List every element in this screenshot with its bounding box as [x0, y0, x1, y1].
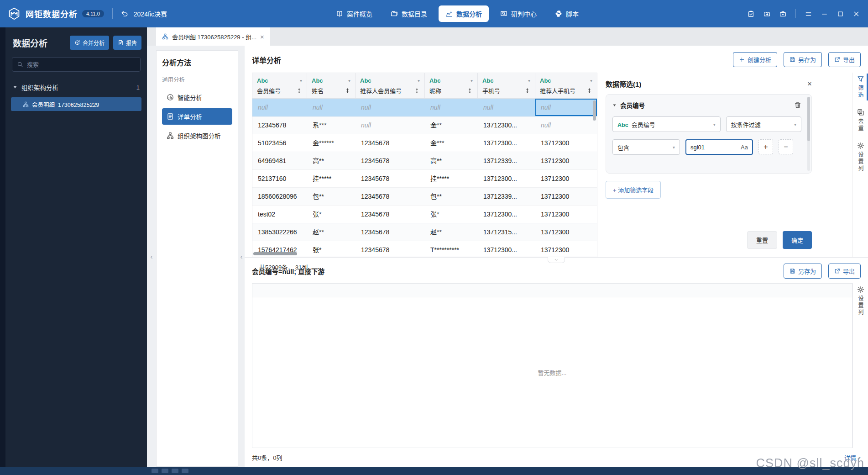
table-cell[interactable]: 13712300 — [535, 152, 597, 170]
table-cell[interactable]: 12345678 — [356, 223, 425, 241]
table-row[interactable]: 51023456金******12345678金***13712300...13… — [252, 134, 597, 152]
downstream-set-columns[interactable]: 设置列 — [853, 285, 868, 317]
tree-group-org-analysis[interactable]: 组织架构分析 1 — [5, 80, 147, 95]
table-cell[interactable]: null — [307, 99, 356, 116]
table-cell[interactable]: null — [356, 99, 425, 116]
table-row[interactable]: nullnullnullnullnullnull — [252, 99, 597, 116]
confirm-button[interactable]: 确定 — [783, 231, 812, 249]
sort-icon[interactable] — [586, 88, 592, 94]
table-cell[interactable]: 赵** — [425, 223, 478, 241]
table-cell[interactable]: 12345678 — [356, 134, 425, 152]
table-cell[interactable]: null — [252, 99, 307, 116]
sort-icon[interactable] — [467, 88, 473, 94]
filter-card-scrollbar[interactable] — [807, 97, 810, 171]
operator-select[interactable]: 包含 ▾ — [612, 139, 680, 155]
table-cell[interactable]: 高** — [307, 152, 356, 170]
table-cell[interactable]: 系*** — [307, 116, 356, 134]
table-cell[interactable]: 13853022266 — [252, 223, 307, 241]
method-item-组织架构图分析[interactable]: 组织架构图分析 — [162, 127, 232, 144]
table-cell[interactable]: 18560628096 — [252, 188, 307, 206]
table-cell[interactable]: null — [535, 116, 597, 134]
nav-item-cases[interactable]: 案件概览 — [329, 5, 379, 22]
table-row[interactable]: test02张*12345678张*13712300...13712300 — [252, 206, 597, 223]
tab-member-detail[interactable]: 会员明细 1730625825229 - 组... × — [156, 27, 270, 46]
menu-icon[interactable] — [805, 11, 812, 17]
collapse-sidebar-handle[interactable]: ‹ — [151, 253, 153, 260]
close-window-icon[interactable] — [853, 11, 860, 17]
downstream-export-button[interactable]: 导出 — [828, 264, 861, 279]
table-row[interactable]: 52137160挂*****12345678挂*****13712300...1… — [252, 170, 597, 188]
table-cell[interactable]: 12345678 — [356, 206, 425, 223]
sidebar-search[interactable] — [12, 57, 141, 72]
column-header-推荐人会员编号[interactable]: Abc▾推荐人会员编号 — [356, 73, 425, 98]
tree-caret-icon[interactable] — [13, 85, 17, 90]
column-menu-icon[interactable]: ▾ — [590, 78, 592, 83]
nav-item-catalog[interactable]: 数据目录 — [384, 5, 434, 22]
table-cell[interactable]: 13712300... — [478, 170, 535, 188]
table-cell[interactable]: 13712315... — [478, 223, 535, 241]
column-menu-icon[interactable]: ▾ — [348, 78, 350, 83]
table-cell[interactable]: 金*** — [425, 134, 478, 152]
field-collapse-icon[interactable] — [612, 103, 617, 107]
table-cell[interactable]: 张* — [307, 206, 356, 223]
column-menu-icon[interactable]: ▾ — [471, 78, 473, 83]
remove-condition-button[interactable]: − — [779, 139, 793, 154]
create-analysis-button[interactable]: 创建分析 — [733, 52, 777, 67]
table-cell[interactable]: 13712300... — [478, 241, 535, 257]
clipboard-check-icon[interactable] — [748, 11, 754, 17]
filter-value-field[interactable]: Aa — [685, 139, 753, 155]
taskbar-item[interactable] — [162, 469, 168, 473]
table-cell[interactable]: 包** — [425, 188, 478, 206]
table-cell[interactable]: 挂***** — [307, 170, 356, 188]
table-row[interactable]: 12345678系***null金**13712300...null — [252, 116, 597, 134]
save-as-button[interactable]: 另存为 — [784, 52, 822, 67]
nav-item-analysis[interactable]: 数据分析 — [439, 5, 489, 22]
column-menu-icon[interactable]: ▾ — [528, 78, 530, 83]
table-cell[interactable]: 13712300 — [535, 188, 597, 206]
sort-icon[interactable] — [296, 88, 302, 94]
table-vertical-scrollbar[interactable] — [593, 100, 596, 256]
table-cell[interactable]: 12345678 — [252, 116, 307, 134]
add-filter-field-button[interactable]: + 添加筛选字段 — [606, 181, 661, 199]
tool-dedup[interactable]: 去重 — [853, 108, 868, 133]
table-row[interactable]: 18560628096包**12345678包**13712339...1371… — [252, 188, 597, 206]
filter-close-icon[interactable]: × — [807, 80, 812, 88]
table-cell[interactable]: 挂***** — [425, 170, 478, 188]
delete-field-icon[interactable] — [794, 101, 801, 109]
table-cell[interactable]: 13712300 — [535, 206, 597, 223]
nav-item-script[interactable]: 脚本 — [548, 5, 586, 22]
column-header-会员编号[interactable]: Abc▾会员编号 — [252, 73, 307, 98]
table-cell[interactable]: 张* — [425, 206, 478, 223]
table-row[interactable]: 64969481高**12345678高**13712339...1371230… — [252, 152, 597, 170]
table-cell[interactable]: 13712300 — [535, 134, 597, 152]
search-input[interactable] — [27, 61, 136, 68]
table-cell[interactable]: 金** — [425, 116, 478, 134]
minimize-icon[interactable] — [821, 11, 828, 17]
tab-close-icon[interactable]: × — [260, 33, 264, 40]
table-cell[interactable]: 12345678 — [356, 170, 425, 188]
table-row[interactable]: 15764217462张*12345678T**********13712300… — [252, 241, 597, 257]
column-menu-icon[interactable]: ▾ — [418, 78, 420, 83]
downstream-save-as-button[interactable]: 另存为 — [784, 264, 822, 279]
column-header-姓名[interactable]: Abc▾姓名 — [307, 73, 356, 98]
sort-icon[interactable] — [345, 88, 350, 94]
table-cell[interactable]: 13712339... — [478, 152, 535, 170]
case-sensitive-toggle[interactable]: Aa — [741, 144, 748, 151]
field-select[interactable]: Abc 会员编号 ▾ — [612, 116, 721, 132]
table-cell[interactable]: null — [425, 99, 478, 116]
table-cell[interactable]: 包** — [307, 188, 356, 206]
table-cell[interactable]: 13712300... — [478, 134, 535, 152]
table-cell[interactable]: 赵** — [307, 223, 356, 241]
method-item-详单分析[interactable]: 详单分析 — [162, 108, 232, 125]
toolbox-icon[interactable] — [779, 11, 786, 17]
method-item-智能分析[interactable]: 智能分析 — [162, 89, 232, 106]
export-button[interactable]: 导出 — [828, 52, 861, 67]
tree-item-member-detail[interactable]: 会员明细_1730625825229 — [11, 97, 141, 111]
table-cell[interactable]: 52137160 — [252, 170, 307, 188]
table-cell[interactable]: 64969481 — [252, 152, 307, 170]
report-button[interactable]: 报告 — [113, 36, 141, 50]
taskbar-item[interactable] — [172, 469, 178, 473]
reset-button[interactable]: 重置 — [747, 231, 777, 249]
tool-filter[interactable]: 筛选 — [853, 74, 868, 100]
table-cell[interactable]: 张* — [307, 241, 356, 257]
